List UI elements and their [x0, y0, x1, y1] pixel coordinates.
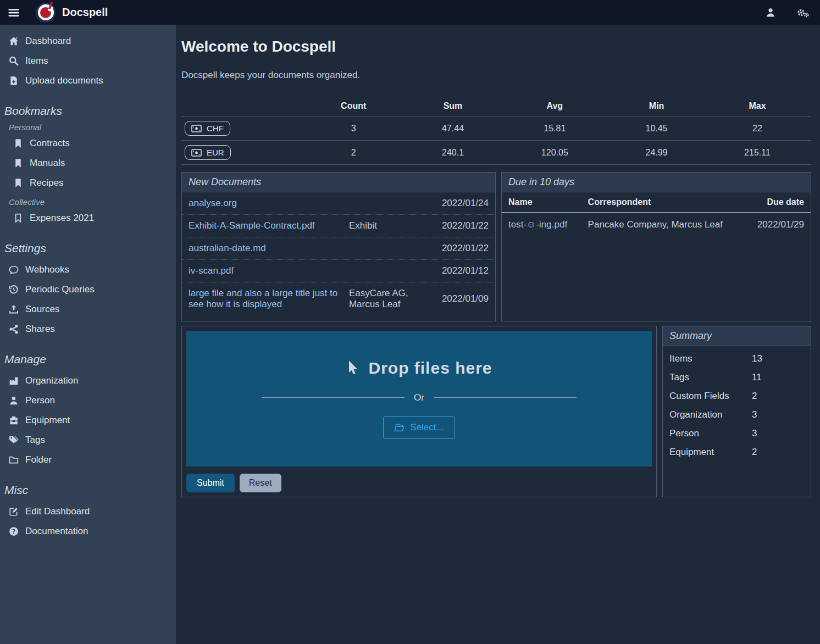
document-correspondent: Exhibit — [349, 220, 431, 231]
sidebar-item-label: Edit Dashboard — [25, 506, 90, 517]
sidebar-item-edit-dashboard[interactable]: Edit Dashboard — [0, 502, 176, 521]
sidebar-item-label: Folder — [25, 454, 52, 465]
sidebar-item-equipment[interactable]: Equipment — [0, 410, 176, 430]
person-icon — [9, 396, 19, 406]
edit-icon — [9, 507, 19, 517]
user-account-icon[interactable] — [765, 7, 776, 18]
summary-label: Equipment — [669, 447, 752, 458]
sidebar-item-recipes[interactable]: Recipes — [0, 173, 176, 193]
panel-title: Due in 10 days — [502, 173, 811, 192]
svg-text:?: ? — [12, 528, 16, 535]
docspell-logo-icon — [36, 3, 56, 23]
page-subtitle: Docspell keeps your documents organized. — [181, 70, 811, 81]
document-link[interactable]: analyse.org — [189, 198, 345, 209]
money-bill-icon — [191, 125, 202, 132]
stats-value: 3 — [301, 116, 406, 141]
sidebar-section-settings: Settings — [4, 242, 176, 255]
sidebar-item-periodic-queries[interactable]: Periodic Queries — [0, 280, 176, 299]
sidebar-item-person[interactable]: Person — [0, 391, 176, 410]
due-header-date: Due date — [745, 192, 811, 213]
sidebar-item-contracts[interactable]: Contracts — [0, 134, 176, 153]
stats-value: 15.81 — [500, 116, 610, 141]
document-link[interactable]: australian-date.md — [189, 243, 345, 254]
help-circle-icon: ? — [9, 526, 19, 536]
sidebar-item-documentation[interactable]: ? Documentation — [0, 521, 176, 541]
summary-row: Person 3 — [663, 424, 811, 443]
currency-code: CHF — [207, 124, 224, 133]
document-link[interactable]: test-☺-ing.pdf — [508, 219, 567, 230]
comment-icon — [9, 265, 19, 275]
submit-button[interactable]: Submit — [186, 474, 235, 492]
sidebar-item-expenses-2021[interactable]: Expenses 2021 — [0, 208, 176, 228]
bookmark-icon — [13, 158, 23, 168]
sidebar-item-label: Documentation — [25, 526, 88, 537]
sidebar: Dasbhoard Items Upload documents Bookmar… — [0, 25, 176, 644]
sidebar-item-manuals[interactable]: Manuals — [0, 153, 176, 173]
due-header-name: Name — [502, 192, 581, 213]
sidebar-item-items[interactable]: Items — [0, 51, 176, 71]
settings-gears-icon[interactable] — [796, 7, 809, 18]
document-row: Exhibit-A-Sample-Contract.pdf Exhibit 20… — [182, 215, 495, 237]
upload-panel: Drop files here Or Select... — [181, 326, 657, 497]
document-link[interactable]: Exhibit-A-Sample-Contract.pdf — [189, 220, 345, 231]
due-table: Name Correspondent Due date test-☺-ing.p… — [502, 192, 811, 236]
document-link[interactable]: large file and also a large title just t… — [189, 288, 345, 310]
home-icon — [9, 36, 19, 46]
sidebar-item-label: Recipes — [30, 177, 63, 188]
sidebar-item-label: Organization — [25, 375, 78, 386]
summary-label: Custom Fields — [669, 391, 752, 402]
sidebar-item-label: Person — [25, 395, 55, 406]
sidebar-item-shares[interactable]: Shares — [0, 319, 176, 339]
sidebar-item-label: Sources — [25, 304, 59, 315]
toolbox-icon — [9, 415, 19, 425]
drop-title: Drop files here — [346, 359, 492, 377]
reset-button[interactable]: Reset — [240, 474, 281, 492]
sidebar-item-sources[interactable]: Sources — [0, 299, 176, 319]
sidebar-section-misc: Misc — [4, 484, 176, 497]
summary-row: Tags 11 — [663, 368, 811, 387]
stats-value: 120.05 — [500, 141, 610, 165]
money-bill-icon — [191, 149, 202, 157]
currency-badge-eur: EUR — [185, 145, 231, 160]
document-date: 2022/01/22 — [436, 220, 489, 231]
app-title: Docspell — [62, 6, 108, 19]
stats-value: 10.45 — [610, 116, 703, 141]
document-link[interactable]: iv-scan.pdf — [189, 265, 345, 276]
stats-value: 22 — [703, 116, 811, 141]
stats-header-avg: Avg — [500, 96, 610, 116]
due-panel: Due in 10 days Name Correspondent Due da… — [501, 172, 811, 321]
stats-value: 2 — [301, 141, 406, 165]
share-nodes-icon — [9, 324, 19, 334]
sidebar-item-webhooks[interactable]: Webhooks — [0, 260, 176, 280]
summary-label: Tags — [669, 372, 752, 383]
sidebar-item-dashboard[interactable]: Dasbhoard — [0, 31, 176, 51]
sidebar-section-manage: Manage — [4, 353, 176, 366]
sidebar-item-upload-documents[interactable]: Upload documents — [0, 71, 176, 91]
select-files-button[interactable]: Select... — [383, 416, 455, 439]
stats-value: 240.1 — [406, 141, 500, 165]
document-row: iv-scan.pdf 2022/01/12 — [182, 260, 495, 282]
panel-title: Summary — [663, 326, 811, 346]
sidebar-item-folder[interactable]: Folder — [0, 450, 176, 470]
page-title: Welcome to Docspell — [181, 38, 811, 55]
summary-row: Equipment 2 — [663, 443, 811, 462]
summary-label: Person — [669, 428, 752, 439]
sidebar-item-label: Tags — [25, 435, 45, 446]
sidebar-item-label: Webhooks — [25, 264, 69, 275]
sidebar-item-organization[interactable]: Organization — [0, 371, 176, 391]
sidebar-item-tags[interactable]: Tags — [0, 430, 176, 450]
sidebar-item-label: Manuals — [30, 158, 65, 169]
stats-value: 215.11 — [703, 141, 811, 165]
folder-icon — [9, 455, 19, 465]
search-icon — [9, 56, 19, 66]
file-dropzone[interactable]: Drop files here Or Select... — [186, 331, 652, 467]
sidebar-item-label: Dasbhoard — [25, 36, 71, 47]
due-row: test-☺-ing.pdf Pancake Company, Marcus L… — [502, 213, 811, 236]
hamburger-menu-icon[interactable] — [8, 7, 20, 19]
currency-badge-chf: CHF — [185, 121, 230, 136]
select-button-label: Select... — [410, 422, 444, 433]
sidebar-item-label: Items — [25, 55, 48, 66]
summary-row: Items 13 — [663, 349, 811, 368]
document-date: 2022/01/29 — [745, 213, 811, 236]
summary-value: 3 — [752, 409, 757, 420]
